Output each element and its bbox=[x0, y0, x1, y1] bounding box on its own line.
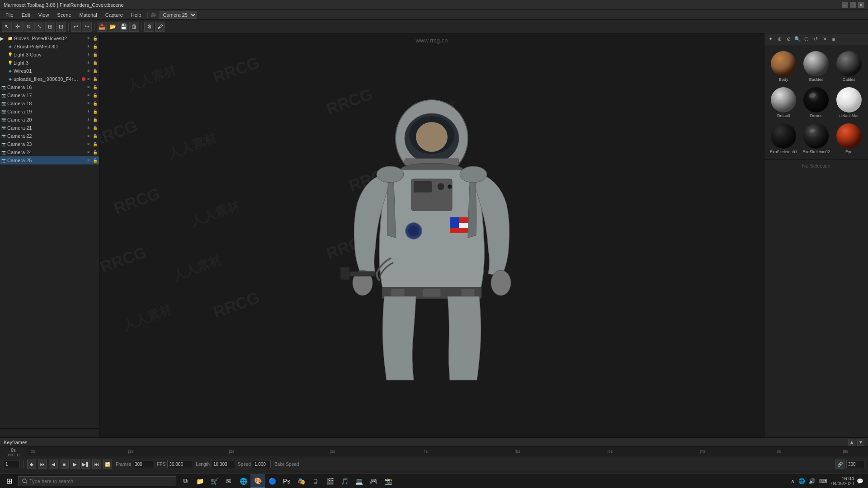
tray-arrow[interactable]: ∧ bbox=[790, 478, 796, 484]
tray-volume[interactable]: 🔊 bbox=[808, 478, 816, 484]
timeline-stop-btn[interactable]: ■ bbox=[60, 460, 69, 469]
right-toolbar-filter[interactable]: ⊘ bbox=[784, 35, 793, 43]
tree-item-wires[interactable]: ◈ Wires01 👁 🔒 bbox=[0, 67, 99, 75]
taskbar-icon-marmoset[interactable]: 🎨 bbox=[250, 474, 265, 488]
tray-clock[interactable]: 16:04 04/05/2020 bbox=[831, 476, 854, 486]
tree-lock-btn-5[interactable]: 🔒 bbox=[92, 68, 98, 74]
toolbar-btn-import[interactable]: 📥 bbox=[97, 22, 107, 32]
menu-help[interactable]: Help bbox=[127, 11, 145, 19]
tree-item-cam19[interactable]: 📷 Camera 19 👁 🔒 bbox=[0, 108, 99, 116]
tray-notification[interactable]: 💬 bbox=[856, 478, 864, 484]
tree-item-uploads[interactable]: ◈ uploads_files_l980630_F4r3l_Sci_F 👁 🔒 bbox=[0, 75, 99, 83]
taskbar-icon-mail[interactable]: ✉ bbox=[222, 474, 236, 488]
toolbar-btn-move[interactable]: ✛ bbox=[13, 22, 23, 32]
timeline-ruler[interactable]: 0s |1s |2s |3s |4s |5s |6s |7s |8s |9s bbox=[27, 447, 868, 456]
toolbar-btn-brush[interactable]: 🖌 bbox=[155, 22, 165, 32]
taskbar-icon-explorer[interactable]: 📁 bbox=[193, 474, 207, 488]
menu-capture[interactable]: Capture bbox=[102, 11, 127, 19]
minimize-button[interactable]: ─ bbox=[842, 2, 848, 8]
tree-lock-cam18[interactable]: 🔒 bbox=[92, 100, 98, 107]
timeline-collapse-btn[interactable]: ▲ bbox=[848, 439, 855, 446]
viewport[interactable]: www.rrcg.cn RRCG 人人素材 RRCG 人人素材 RRCG 人人素… bbox=[99, 33, 764, 474]
toolbar-btn-6[interactable]: ⊡ bbox=[56, 22, 66, 32]
toolbar-btn-save[interactable]: 💾 bbox=[118, 22, 128, 32]
tree-eye-btn[interactable]: 👁 bbox=[85, 35, 92, 42]
tree-item-cam18[interactable]: 📷 Camera 18 👁 🔒 bbox=[0, 99, 99, 108]
toolbar-btn-settings[interactable]: ⚙ bbox=[144, 22, 154, 32]
right-toolbar-delete[interactable]: ✕ bbox=[821, 35, 829, 43]
right-toolbar-3d[interactable]: ⬡ bbox=[802, 35, 811, 43]
tree-item-cam24[interactable]: 📷 Camera 24 👁 🔒 bbox=[0, 148, 99, 156]
menu-edit[interactable]: Edit bbox=[18, 11, 34, 19]
toolbar-btn-redo[interactable]: ↪ bbox=[82, 22, 92, 32]
tree-lock-btn[interactable]: 🔒 bbox=[92, 35, 98, 42]
tree-eye-cam22[interactable]: 👁 bbox=[85, 133, 92, 139]
frames-input[interactable] bbox=[133, 460, 153, 468]
tree-eye-cam16[interactable]: 👁 bbox=[85, 84, 92, 90]
menu-scene[interactable]: Scene bbox=[53, 11, 75, 19]
tree-lock-cam25[interactable]: 🔒 bbox=[92, 157, 98, 164]
tree-item-light3[interactable]: 💡 Light 3 👁 🔒 bbox=[0, 59, 99, 67]
taskbar-icon-app1[interactable]: 🎭 bbox=[294, 474, 308, 488]
taskbar-icon-ps[interactable]: Ps bbox=[279, 474, 294, 488]
tree-lock-cam24[interactable]: 🔒 bbox=[92, 149, 98, 155]
taskbar-icon-taskview[interactable]: ⧉ bbox=[178, 474, 193, 488]
tree-eye-cam19[interactable]: 👁 bbox=[85, 108, 92, 115]
menu-view[interactable]: View bbox=[35, 11, 53, 19]
tree-eye-cam21[interactable]: 👁 bbox=[85, 125, 92, 131]
tree-eye-cam20[interactable]: 👁 bbox=[85, 117, 92, 123]
material-item-exo01[interactable]: ExoSkeleton01 bbox=[768, 121, 799, 155]
tree-lock-btn-2[interactable]: 🔒 bbox=[92, 43, 98, 50]
camera-selector[interactable]: Camera 25 Camera 24 Camera 23 bbox=[159, 11, 197, 19]
timeline-play-btn[interactable]: ▶ bbox=[71, 460, 80, 469]
tree-eye-btn-2[interactable]: 👁 bbox=[85, 43, 92, 50]
material-item-cables[interactable]: Cables bbox=[834, 49, 864, 83]
taskbar-icon-browser1[interactable]: 🌐 bbox=[236, 474, 250, 488]
right-toolbar-new[interactable]: ✦ bbox=[766, 35, 774, 43]
tree-item-cam16[interactable]: 📷 Camera 16 👁 🔒 bbox=[0, 83, 99, 91]
tree-eye-btn-5[interactable]: 👁 bbox=[85, 68, 92, 74]
timeline-frame-input[interactable] bbox=[4, 460, 19, 468]
start-button[interactable]: ⊞ bbox=[0, 474, 18, 488]
taskbar-icon-store[interactable]: 🛒 bbox=[207, 474, 222, 488]
tree-item-zbrush[interactable]: ◈ ZBrushPolyMesh3D 👁 🔒 bbox=[0, 42, 99, 51]
tree-eye-cam24[interactable]: 👁 bbox=[85, 149, 92, 155]
tree-item-cam21[interactable]: 📷 Camera 21 👁 🔒 bbox=[0, 124, 99, 132]
tree-lock-cam17[interactable]: 🔒 bbox=[92, 92, 98, 99]
tree-lock-cam16[interactable]: 🔒 bbox=[92, 84, 98, 90]
tree-item-cam23[interactable]: 📷 Camera 23 👁 🔒 bbox=[0, 140, 99, 148]
timeline-expand-btn[interactable]: ▼ bbox=[857, 439, 864, 446]
tree-item-cam17[interactable]: 📷 Camera 17 👁 🔒 bbox=[0, 91, 99, 99]
toolbar-btn-rotate[interactable]: ↻ bbox=[24, 22, 33, 32]
taskbar-icon-app5[interactable]: 💻 bbox=[352, 474, 366, 488]
tree-item-gloves[interactable]: ▶ 📁 Gloves_PosedGloves02 👁 🔒 bbox=[0, 34, 99, 42]
material-item-exo02[interactable]: ExoSkeleton02 bbox=[801, 121, 831, 155]
timeline-keyframe-btn[interactable]: ◆ bbox=[27, 460, 36, 469]
taskbar-icon-app2[interactable]: 🖥 bbox=[308, 474, 323, 488]
toolbar-btn-5[interactable]: ⊞ bbox=[45, 22, 55, 32]
timeline-next-frame[interactable]: ▶▌ bbox=[81, 460, 90, 469]
toolbar-btn-scale[interactable]: ⤡ bbox=[34, 22, 44, 32]
timeline-prev-keyframe[interactable]: ⏮ bbox=[38, 460, 47, 469]
tree-item-cam25[interactable]: 📷 Camera 25 👁 🔒 bbox=[0, 156, 99, 164]
speed-input[interactable] bbox=[253, 460, 271, 468]
timeline-prev-frame[interactable]: ◀ bbox=[49, 460, 58, 469]
tree-lock-cam21[interactable]: 🔒 bbox=[92, 125, 98, 131]
timeline-link-btn[interactable]: 🔗 bbox=[835, 460, 844, 469]
right-toolbar-search[interactable]: 🔍 bbox=[793, 35, 802, 43]
material-item-default[interactable]: Default bbox=[768, 85, 799, 119]
tree-eye-btn-4[interactable]: 👁 bbox=[85, 60, 92, 66]
tree-lock-btn-6[interactable]: 🔒 bbox=[92, 76, 98, 82]
tree-eye-cam23[interactable]: 👁 bbox=[85, 141, 92, 147]
tree-lock-cam22[interactable]: 🔒 bbox=[92, 133, 98, 139]
menu-material[interactable]: Material bbox=[76, 11, 101, 19]
search-input[interactable] bbox=[29, 479, 172, 484]
close-button[interactable]: ✕ bbox=[858, 2, 864, 8]
menu-file[interactable]: File bbox=[2, 11, 17, 19]
fps-input[interactable] bbox=[167, 460, 192, 468]
tree-item-light3copy[interactable]: 💡 Light 3 Copy 👁 🔒 bbox=[0, 51, 99, 59]
tree-eye-btn-3[interactable]: 👁 bbox=[85, 52, 92, 58]
taskbar-icon-app4[interactable]: 🎵 bbox=[337, 474, 352, 488]
material-item-buckles[interactable]: Buckles bbox=[801, 49, 831, 83]
tree-lock-cam20[interactable]: 🔒 bbox=[92, 117, 98, 123]
